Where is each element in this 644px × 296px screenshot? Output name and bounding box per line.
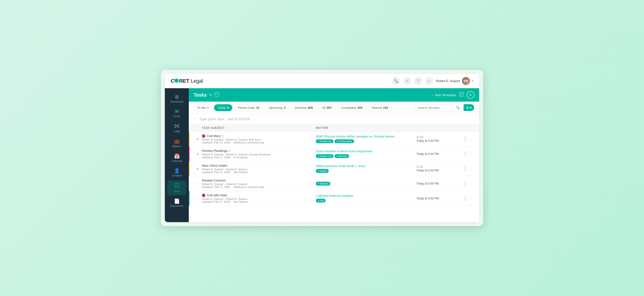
- help-tasks-icon[interactable]: ?: [215, 92, 219, 98]
- add-button[interactable]: ＋: [403, 77, 411, 85]
- user-profile[interactable]: Robert E. Dupont RD ▾: [436, 77, 474, 85]
- sidebar-item-email[interactable]: ✉ Email: [167, 107, 186, 120]
- complete-button[interactable]: [464, 181, 467, 186]
- tag-review[interactable]: Review: [334, 154, 349, 158]
- filter-upcoming[interactable]: Upcoming 3: [265, 104, 289, 111]
- more-options-button[interactable]: ⋮: [468, 166, 474, 171]
- filter-completed[interactable]: Completed 400: [337, 104, 366, 111]
- task-subject: Review Pleadings ⧉ Robert E. Dupont › Ro…: [202, 149, 316, 159]
- task-title[interactable]: Review Pleadings: [202, 149, 228, 152]
- help-button[interactable]: ?: [414, 77, 422, 85]
- sidebar-item-matters[interactable]: 💼 Matters: [167, 137, 186, 150]
- sidebar-item-dashboard[interactable]: ⊞ Dashboard: [167, 92, 186, 106]
- quick-task-area: ☆ Type Quick Task... and hit ENTER: [189, 114, 479, 124]
- more-options-button[interactable]: ⋮: [468, 151, 474, 156]
- export-icon[interactable]: [459, 92, 464, 98]
- status-text: Waiting on someone else: [234, 141, 264, 144]
- task-name: Review Contract: [202, 179, 314, 182]
- row-accent: [189, 132, 190, 146]
- to-me-arrow: ▾: [207, 106, 208, 109]
- matter-link[interactable]: 01003-Hamilton vs Akron Police Departmen…: [316, 150, 414, 153]
- due-col: ☰ 0/9 Today at 5:00 PM: [416, 136, 464, 143]
- starred-label: Starred: [372, 106, 382, 110]
- logo-c-letter: C: [170, 78, 174, 84]
- due-time: Today at 5:00 PM: [416, 169, 439, 172]
- matter-link[interactable]: 00083-Samantha Smith-Smith v. Jones: [316, 164, 414, 168]
- task-meta: Robert E. Dupont › Robert E. Dupont, Geo…: [202, 153, 314, 156]
- filter-phone-calls[interactable]: Phone Calls 15: [234, 104, 263, 111]
- status-text: In Progress: [234, 156, 248, 159]
- tag-follow-up[interactable]: Follow Up: [316, 140, 334, 143]
- user-menu-chevron: ▾: [472, 79, 474, 83]
- tag-onboarding[interactable]: Onboarding: [334, 140, 354, 143]
- sidebar-label-email: Email: [174, 115, 180, 118]
- search-submit-button[interactable]: 🔍: [454, 104, 463, 111]
- sidebar-item-crm[interactable]: CRM: [167, 121, 186, 136]
- to-me-label: To Me: [197, 106, 206, 110]
- status-text: Not Started: [234, 200, 248, 203]
- complete-button[interactable]: [464, 166, 467, 171]
- star-icon[interactable]: ★: [196, 137, 199, 141]
- phone-indicator: 📞: [202, 194, 205, 197]
- quick-task-placeholder[interactable]: Type Quick Task... and hit ENTER: [199, 117, 474, 121]
- search-button[interactable]: 🔍: [392, 77, 400, 85]
- star-icon[interactable]: ☆: [196, 182, 199, 185]
- matter-link[interactable]: L-Michael Anderson-Adoption: [316, 194, 414, 197]
- task-title[interactable]: Call Mary: [207, 134, 221, 138]
- due-time: Today at 5:00 PM: [416, 139, 439, 143]
- sidebar-item-contacts[interactable]: 👤 Contacts: [167, 166, 186, 179]
- task-title[interactable]: Review Contract: [202, 179, 226, 182]
- more-options-button[interactable]: ⋮: [468, 196, 474, 201]
- filter-to-me[interactable]: To Me ▾: [194, 104, 212, 111]
- more-options-button[interactable]: ⋮: [468, 181, 474, 186]
- task-meta: Robert E. Dupont › Robert E. Dupont: [202, 197, 314, 200]
- tag-review[interactable]: Review: [316, 182, 330, 185]
- favorites-button[interactable]: ☆: [425, 77, 433, 85]
- task-title[interactable]: New Client Intake: [202, 164, 227, 167]
- star-icon[interactable]: ☆: [196, 196, 199, 200]
- logo-aret: RET: [179, 78, 189, 84]
- sidebar-label-matters: Matters: [172, 145, 181, 148]
- task-subject: New Client Intake Robert E. Dupont › Rob…: [202, 164, 316, 174]
- search-settings-button[interactable]: ⚙ ▾: [464, 104, 474, 111]
- sidebar-item-tasks[interactable]: Tasks: [167, 180, 186, 195]
- sidebar: ⊞ Dashboard ✉ Email: [165, 88, 189, 222]
- filter-today[interactable]: Today 5: [214, 104, 232, 111]
- th-actions: [464, 126, 474, 130]
- refresh-icon[interactable]: ↻: [209, 93, 212, 97]
- complete-button[interactable]: [464, 196, 467, 201]
- main-layout: ⊞ Dashboard ✉ Email: [165, 88, 479, 222]
- more-options-button[interactable]: ⋮: [468, 136, 474, 142]
- search-input[interactable]: [414, 104, 452, 111]
- sidebar-item-calendar[interactable]: 📅 Calendar: [167, 151, 186, 165]
- svg-point-2: [178, 124, 179, 125]
- star-icon[interactable]: ★: [196, 167, 199, 171]
- task-update-status: Updated: Feb 17, 2020 Not Started: [202, 171, 314, 174]
- completed-count: 400: [357, 106, 362, 110]
- app-logo: C RET Legal: [170, 78, 203, 84]
- svg-point-4: [178, 127, 179, 128]
- svg-line-8: [178, 126, 178, 127]
- add-task-button[interactable]: +: [467, 91, 474, 99]
- tag-intake[interactable]: intake: [316, 169, 329, 173]
- app-shell: C RET Legal 🔍 ＋ ? ☆ Robert E. Dupont RD …: [165, 74, 479, 222]
- task-meta: Robert E. Dupont › Robert E. Dupont: [202, 168, 314, 171]
- sidebar-item-documents[interactable]: 📄 Documents: [167, 196, 186, 210]
- phone-indicator: 📞: [202, 134, 205, 138]
- tag-call[interactable]: call: [316, 199, 326, 202]
- filter-starred[interactable]: Starred 234: [368, 104, 392, 111]
- filter-overdue[interactable]: Overdue 888: [291, 104, 317, 111]
- task-templates-button[interactable]: → Task Templates: [431, 93, 456, 97]
- arrow-icon: ›: [224, 197, 225, 200]
- task-title[interactable]: Call with Allan: [207, 193, 227, 197]
- complete-button[interactable]: [464, 151, 467, 156]
- documents-icon: 📄: [174, 199, 180, 203]
- due-time: Today at 5:00 PM: [416, 197, 439, 200]
- row-accent: [189, 147, 190, 161]
- assigned-from: Robert E. Dupont: [202, 168, 223, 171]
- filter-all[interactable]: All 897: [318, 104, 336, 111]
- matter-link[interactable]: 00087-Rhonda Holmes-Jeffrey Santagato vs…: [316, 135, 414, 138]
- complete-button[interactable]: [464, 137, 467, 142]
- tag-follow-up[interactable]: Follow Up: [316, 154, 334, 158]
- star-icon[interactable]: ★: [196, 152, 199, 156]
